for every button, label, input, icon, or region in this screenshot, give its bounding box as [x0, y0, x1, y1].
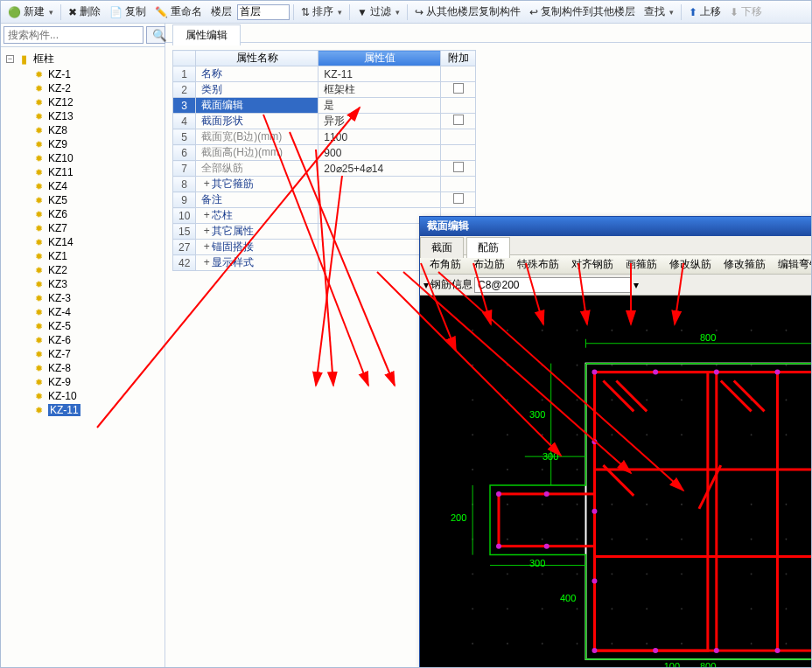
property-row[interactable]: 7全部纵筋20⌀25+4⌀14: [173, 161, 476, 177]
tree-item[interactable]: ✹KZ14: [3, 235, 163, 249]
svg-point-8: [472, 609, 473, 609]
tree-item[interactable]: ✹KZ10: [3, 151, 163, 165]
item-icon: ✹: [32, 138, 45, 150]
tree-item[interactable]: ✹KZ-2: [3, 81, 163, 95]
svg-point-29: [542, 644, 542, 644]
tree-item[interactable]: ✹KZ4: [3, 179, 163, 193]
tree-item[interactable]: ✹KZ-6: [3, 333, 163, 347]
tree-item[interactable]: ✹KZ2: [3, 263, 163, 277]
tree-item[interactable]: ✹KZ13: [3, 109, 163, 123]
section-tool-button[interactable]: 修改纵筋: [663, 254, 718, 275]
rebar-input-label: 钢筋信息: [430, 277, 472, 292]
svg-point-31: [577, 365, 578, 365]
search-input[interactable]: [4, 26, 144, 44]
checkbox[interactable]: [453, 115, 464, 125]
property-row[interactable]: 3截面编辑是: [173, 98, 476, 114]
tree-item[interactable]: ✹KZ1: [3, 249, 163, 263]
svg-point-93: [786, 435, 787, 435]
col-extra: 附加: [441, 51, 476, 66]
rebar-info-input[interactable]: [474, 277, 632, 293]
col-rownum: [173, 51, 196, 66]
new-button[interactable]: 🟢新建: [4, 3, 57, 21]
filter-button[interactable]: ▼过滤: [354, 3, 403, 21]
tree-item[interactable]: ✹KZ9: [3, 137, 163, 151]
section-editor-window: 截面编辑 截面 配筋 布角筋布边筋特殊布筋对齐钢筋画箍筋修改纵筋修改箍筋编辑弯钩…: [419, 216, 812, 668]
tree-item[interactable]: ✹KZ-3: [3, 291, 163, 305]
dim-300c: 300: [529, 558, 545, 568]
section-window-title[interactable]: 截面编辑: [420, 217, 812, 236]
checkbox[interactable]: [453, 193, 464, 204]
section-tool-button[interactable]: 特殊布筋: [511, 254, 565, 275]
tree-root[interactable]: − ▮ 框柱: [3, 51, 163, 67]
tree-item[interactable]: ✹KZ-1: [3, 67, 163, 81]
item-icon: ✹: [32, 68, 45, 80]
rename-button[interactable]: ✏️重命名: [151, 3, 206, 21]
tree-item[interactable]: ✹KZ5: [3, 193, 163, 207]
svg-line-140: [721, 381, 752, 412]
svg-point-17: [507, 574, 508, 574]
property-row[interactable]: 4截面形状异形: [173, 114, 476, 129]
tab-section[interactable]: 截面: [420, 237, 464, 258]
property-row[interactable]: 6截面高(H边)(mm)900: [173, 145, 476, 161]
tree-item[interactable]: ✹KZ12: [3, 95, 163, 109]
component-tree: − ▮ 框柱 ✹KZ-1✹KZ-2✹KZ12✹KZ13✹KZ8✹KZ9✹KZ10…: [1, 47, 164, 667]
sort-icon: ⇅: [301, 6, 310, 18]
copy-from-button[interactable]: ↪从其他楼层复制构件: [411, 3, 524, 21]
section-tool-button[interactable]: 画箍筋: [620, 254, 663, 275]
tab-rebar[interactable]: 配筋: [466, 237, 510, 258]
svg-point-41: [612, 365, 612, 365]
delete-button[interactable]: ✖删除: [65, 3, 104, 21]
property-row[interactable]: 5截面宽(B边)(mm)1100: [173, 129, 476, 145]
section-canvas[interactable]: 800 900 300 200 300 300 400 800 -100 全部纵…: [420, 296, 812, 668]
tree-item[interactable]: ✹KZ-7: [3, 347, 163, 361]
svg-point-144: [592, 370, 597, 375]
tree-item[interactable]: ✹KZ7: [3, 221, 163, 235]
collapse-icon[interactable]: −: [6, 55, 14, 63]
svg-point-32: [577, 400, 578, 400]
checkbox[interactable]: [453, 162, 464, 172]
copy-button[interactable]: 📄复制: [106, 3, 150, 21]
tree-item[interactable]: ✹KZ11: [3, 165, 163, 179]
tree-item[interactable]: ✹KZ-10: [3, 389, 163, 403]
tree-item[interactable]: ✹KZ-9: [3, 375, 163, 389]
tree-item[interactable]: ✹KZ-4: [3, 305, 163, 319]
svg-point-2: [472, 400, 473, 400]
floor-combo[interactable]: [237, 4, 290, 20]
property-row[interactable]: 9备注: [173, 192, 476, 208]
find-button[interactable]: 查找: [640, 3, 677, 21]
tree-item[interactable]: ✹KZ-8: [3, 361, 163, 375]
svg-point-98: [786, 609, 787, 609]
down-icon[interactable]: ▾: [424, 279, 429, 291]
move-up-button[interactable]: ⬆上移: [685, 3, 724, 21]
tree-item[interactable]: ✹KZ8: [3, 123, 163, 137]
section-tool-button[interactable]: 修改箍筋: [718, 254, 772, 275]
column-icon: ▮: [18, 53, 30, 66]
svg-point-22: [542, 400, 542, 400]
tree-item[interactable]: ✹KZ-5: [3, 319, 163, 333]
item-icon: ✹: [32, 166, 45, 178]
item-icon: ✹: [32, 404, 45, 416]
property-tab[interactable]: 属性编辑: [172, 24, 241, 45]
property-row[interactable]: 1名称KZ-11: [173, 66, 476, 82]
property-row[interactable]: 8+其它箍筋: [173, 177, 476, 192]
section-tool-button[interactable]: 对齐钢筋: [565, 254, 620, 275]
section-tool-button[interactable]: 编辑弯钩: [772, 254, 812, 275]
search-row: 🔍: [1, 24, 164, 47]
dim-200: 200: [451, 512, 466, 523]
search-button[interactable]: 🔍: [146, 26, 165, 44]
svg-point-91: [786, 365, 787, 365]
svg-point-66: [681, 539, 682, 539]
svg-point-7: [472, 574, 473, 574]
checkbox[interactable]: [453, 83, 464, 94]
sort-button[interactable]: ⇅排序: [298, 3, 346, 21]
copy-to-icon: ↩: [529, 6, 538, 18]
tree-item[interactable]: ✹KZ3: [3, 277, 163, 291]
property-row[interactable]: 2类别框架柱: [173, 82, 476, 98]
svg-point-10: [507, 330, 508, 331]
dropdown-icon[interactable]: ▾: [634, 279, 639, 291]
tree-item[interactable]: ✹KZ6: [3, 207, 163, 221]
copy-to-button[interactable]: ↩复制构件到其他楼层: [526, 3, 639, 21]
tree-item[interactable]: ✹KZ-11: [3, 403, 163, 417]
svg-point-19: [507, 644, 508, 644]
svg-point-34: [577, 469, 578, 470]
